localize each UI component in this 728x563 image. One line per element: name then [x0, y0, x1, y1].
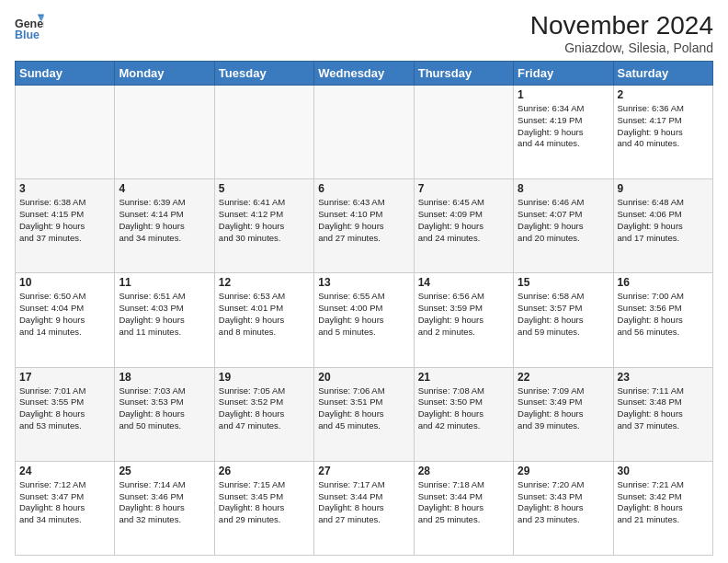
day-number: 24 [19, 465, 110, 477]
day-info: Sunrise: 6:39 AMSunset: 4:14 PMDaylight:… [119, 197, 210, 244]
calendar-day: 3Sunrise: 6:38 AMSunset: 4:15 PMDaylight… [16, 179, 115, 273]
day-info: Sunrise: 6:38 AMSunset: 4:15 PMDaylight:… [19, 197, 110, 244]
day-info: Sunrise: 6:56 AMSunset: 3:59 PMDaylight:… [418, 291, 509, 338]
calendar-week-1: 1Sunrise: 6:34 AMSunset: 4:19 PMDaylight… [16, 86, 713, 179]
calendar-day [214, 86, 313, 179]
day-number: 12 [219, 276, 310, 289]
day-number: 15 [518, 276, 609, 289]
day-number: 28 [418, 465, 509, 477]
day-number: 17 [19, 371, 110, 384]
day-number: 4 [119, 182, 210, 195]
calendar-day: 11Sunrise: 6:51 AMSunset: 4:03 PMDayligh… [115, 273, 214, 367]
calendar-day: 16Sunrise: 7:00 AMSunset: 3:56 PMDayligh… [613, 273, 712, 367]
day-number: 3 [19, 182, 110, 195]
calendar-day [414, 86, 513, 179]
day-info: Sunrise: 7:12 AMSunset: 3:47 PMDaylight:… [19, 479, 110, 526]
day-info: Sunrise: 6:48 AMSunset: 4:06 PMDaylight:… [618, 197, 709, 244]
day-info: Sunrise: 6:46 AMSunset: 4:07 PMDaylight:… [518, 197, 609, 244]
calendar-day: 29Sunrise: 7:20 AMSunset: 3:43 PMDayligh… [514, 461, 613, 555]
calendar-day: 6Sunrise: 6:43 AMSunset: 4:10 PMDaylight… [314, 179, 414, 273]
day-info: Sunrise: 7:14 AMSunset: 3:46 PMDaylight:… [119, 479, 210, 526]
calendar-header-tuesday: Tuesday [214, 62, 313, 86]
calendar-day: 22Sunrise: 7:09 AMSunset: 3:49 PMDayligh… [514, 367, 613, 461]
calendar-day: 5Sunrise: 6:41 AMSunset: 4:12 PMDaylight… [214, 179, 313, 273]
day-number: 9 [618, 182, 709, 195]
day-number: 21 [418, 371, 509, 384]
day-number: 20 [318, 371, 409, 384]
calendar-day: 12Sunrise: 6:53 AMSunset: 4:01 PMDayligh… [214, 273, 313, 367]
calendar-day: 27Sunrise: 7:17 AMSunset: 3:44 PMDayligh… [314, 461, 414, 555]
calendar-day: 17Sunrise: 7:01 AMSunset: 3:55 PMDayligh… [16, 367, 115, 461]
day-info: Sunrise: 6:43 AMSunset: 4:10 PMDaylight:… [318, 197, 409, 244]
day-info: Sunrise: 6:34 AMSunset: 4:19 PMDaylight:… [518, 103, 609, 150]
day-number: 14 [418, 276, 509, 289]
day-info: Sunrise: 7:15 AMSunset: 3:45 PMDaylight:… [219, 479, 310, 526]
header: General Blue November 2024 Gniazdow, Sil… [15, 11, 713, 55]
day-number: 29 [518, 465, 609, 477]
day-number: 27 [318, 465, 409, 477]
calendar-header-sunday: Sunday [16, 62, 115, 86]
calendar-day: 4Sunrise: 6:39 AMSunset: 4:14 PMDaylight… [115, 179, 214, 273]
logo-icon: General Blue [15, 11, 44, 40]
day-info: Sunrise: 6:55 AMSunset: 4:00 PMDaylight:… [318, 291, 409, 338]
calendar-header-saturday: Saturday [613, 62, 712, 86]
calendar-day: 18Sunrise: 7:03 AMSunset: 3:53 PMDayligh… [115, 367, 214, 461]
day-number: 8 [518, 182, 609, 195]
calendar-day: 21Sunrise: 7:08 AMSunset: 3:50 PMDayligh… [414, 367, 513, 461]
logo: General Blue [15, 11, 48, 40]
day-number: 6 [318, 182, 409, 195]
calendar-day [314, 86, 414, 179]
calendar-day: 28Sunrise: 7:18 AMSunset: 3:44 PMDayligh… [414, 461, 513, 555]
day-info: Sunrise: 7:20 AMSunset: 3:43 PMDaylight:… [518, 479, 609, 526]
day-info: Sunrise: 6:45 AMSunset: 4:09 PMDaylight:… [418, 197, 509, 244]
day-info: Sunrise: 7:11 AMSunset: 3:48 PMDaylight:… [618, 385, 709, 432]
day-info: Sunrise: 6:53 AMSunset: 4:01 PMDaylight:… [219, 291, 310, 338]
day-number: 19 [219, 371, 310, 384]
day-info: Sunrise: 7:17 AMSunset: 3:44 PMDaylight:… [318, 479, 409, 526]
calendar-header-friday: Friday [514, 62, 613, 86]
calendar-day: 7Sunrise: 6:45 AMSunset: 4:09 PMDaylight… [414, 179, 513, 273]
day-number: 16 [618, 276, 709, 289]
calendar-day: 10Sunrise: 6:50 AMSunset: 4:04 PMDayligh… [16, 273, 115, 367]
calendar-day: 8Sunrise: 6:46 AMSunset: 4:07 PMDaylight… [514, 179, 613, 273]
calendar-day: 24Sunrise: 7:12 AMSunset: 3:47 PMDayligh… [16, 461, 115, 555]
calendar-header-row: SundayMondayTuesdayWednesdayThursdayFrid… [16, 62, 713, 86]
page: General Blue November 2024 Gniazdow, Sil… [0, 0, 728, 563]
day-info: Sunrise: 7:01 AMSunset: 3:55 PMDaylight:… [19, 385, 110, 432]
day-info: Sunrise: 7:00 AMSunset: 3:56 PMDaylight:… [618, 291, 709, 338]
location: Gniazdow, Silesia, Poland [530, 40, 713, 55]
day-info: Sunrise: 7:06 AMSunset: 3:51 PMDaylight:… [318, 385, 409, 432]
calendar-table: SundayMondayTuesdayWednesdayThursdayFrid… [15, 61, 713, 556]
calendar-day: 15Sunrise: 6:58 AMSunset: 3:57 PMDayligh… [514, 273, 613, 367]
title-block: November 2024 Gniazdow, Silesia, Poland [530, 11, 713, 55]
calendar-day: 23Sunrise: 7:11 AMSunset: 3:48 PMDayligh… [613, 367, 712, 461]
calendar-day: 30Sunrise: 7:21 AMSunset: 3:42 PMDayligh… [613, 461, 712, 555]
day-number: 11 [119, 276, 210, 289]
svg-text:Blue: Blue [15, 29, 40, 40]
day-number: 5 [219, 182, 310, 195]
day-number: 23 [618, 371, 709, 384]
day-info: Sunrise: 6:36 AMSunset: 4:17 PMDaylight:… [618, 103, 709, 150]
month-title: November 2024 [530, 11, 713, 40]
day-number: 10 [19, 276, 110, 289]
day-number: 7 [418, 182, 509, 195]
day-number: 13 [318, 276, 409, 289]
day-number: 25 [119, 465, 210, 477]
day-info: Sunrise: 6:51 AMSunset: 4:03 PMDaylight:… [119, 291, 210, 338]
day-info: Sunrise: 7:03 AMSunset: 3:53 PMDaylight:… [119, 385, 210, 432]
calendar-week-4: 17Sunrise: 7:01 AMSunset: 3:55 PMDayligh… [16, 367, 713, 461]
calendar-day [115, 86, 214, 179]
day-number: 1 [518, 88, 609, 101]
calendar-day: 20Sunrise: 7:06 AMSunset: 3:51 PMDayligh… [314, 367, 414, 461]
calendar-week-2: 3Sunrise: 6:38 AMSunset: 4:15 PMDaylight… [16, 179, 713, 273]
calendar-day: 19Sunrise: 7:05 AMSunset: 3:52 PMDayligh… [214, 367, 313, 461]
day-number: 2 [618, 88, 709, 101]
day-info: Sunrise: 7:08 AMSunset: 3:50 PMDaylight:… [418, 385, 509, 432]
day-number: 18 [119, 371, 210, 384]
day-info: Sunrise: 6:41 AMSunset: 4:12 PMDaylight:… [219, 197, 310, 244]
calendar-day: 2Sunrise: 6:36 AMSunset: 4:17 PMDaylight… [613, 86, 712, 179]
calendar-day: 14Sunrise: 6:56 AMSunset: 3:59 PMDayligh… [414, 273, 513, 367]
day-number: 30 [618, 465, 709, 477]
calendar-header-monday: Monday [115, 62, 214, 86]
calendar-day [16, 86, 115, 179]
